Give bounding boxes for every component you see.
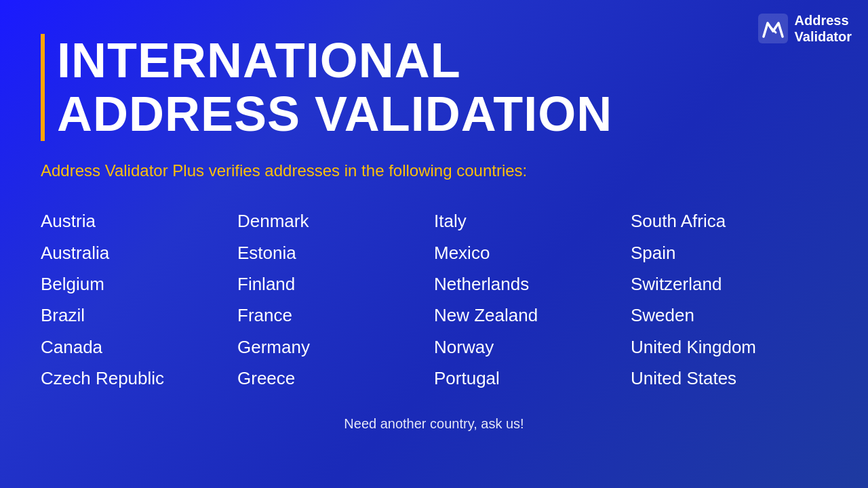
countries-grid: Austria Australia Belgium Brazil Canada … <box>41 207 827 392</box>
country-column-4: South Africa Spain Switzerland Sweden Un… <box>631 207 827 392</box>
title-section: INTERNATIONAL ADDRESS VALIDATION <box>41 34 827 141</box>
main-title: INTERNATIONAL ADDRESS VALIDATION <box>57 34 612 141</box>
subtitle: Address Validator Plus verifies addresse… <box>41 161 827 180</box>
country-netherlands: Netherlands <box>434 270 631 298</box>
country-france: France <box>237 302 434 329</box>
title-line1: INTERNATIONAL <box>57 34 612 87</box>
country-united-states: United States <box>631 365 827 392</box>
country-germany: Germany <box>237 333 434 361</box>
country-south-africa: South Africa <box>631 207 827 235</box>
country-mexico: Mexico <box>434 239 631 266</box>
country-switzerland: Switzerland <box>631 270 827 298</box>
country-greece: Greece <box>237 365 434 392</box>
country-czech-republic: Czech Republic <box>41 365 237 392</box>
country-belgium: Belgium <box>41 270 237 298</box>
title-line2: ADDRESS VALIDATION <box>57 87 612 141</box>
country-canada: Canada <box>41 333 237 361</box>
country-brazil: Brazil <box>41 302 237 329</box>
country-italy: Italy <box>434 207 631 235</box>
logo: Address Validator <box>758 12 852 45</box>
country-column-1: Austria Australia Belgium Brazil Canada … <box>41 207 237 392</box>
logo-text: Address Validator <box>795 12 852 45</box>
country-estonia: Estonia <box>237 239 434 266</box>
country-column-2: Denmark Estonia Finland France Germany G… <box>237 207 434 392</box>
country-united-kingdom: United Kingdom <box>631 333 827 361</box>
title-accent-bar <box>41 34 45 141</box>
country-australia: Australia <box>41 239 237 266</box>
country-denmark: Denmark <box>237 207 434 235</box>
country-spain: Spain <box>631 239 827 266</box>
country-norway: Norway <box>434 333 631 361</box>
country-column-3: Italy Mexico Netherlands New Zealand Nor… <box>434 207 631 392</box>
country-sweden: Sweden <box>631 302 827 329</box>
country-new-zealand: New Zealand <box>434 302 631 329</box>
logo-icon <box>758 14 788 43</box>
footer-note: Need another country, ask us! <box>41 416 827 432</box>
page-background: Address Validator INTERNATIONAL ADDRESS … <box>0 0 868 488</box>
country-finland: Finland <box>237 270 434 298</box>
country-austria: Austria <box>41 207 237 235</box>
country-portugal: Portugal <box>434 365 631 392</box>
